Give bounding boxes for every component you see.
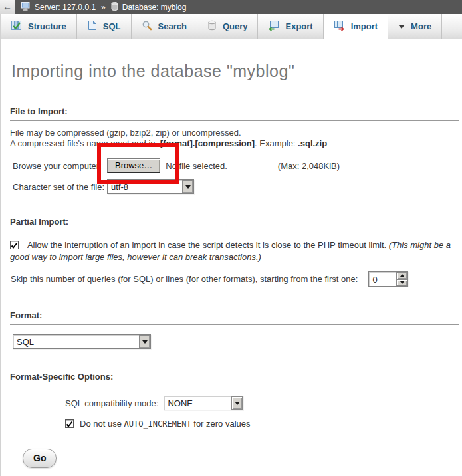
format-row: SQL [10, 334, 453, 349]
charset-selected-value: utf-8 [108, 180, 182, 193]
auto-increment-label: Do not use AUTO_INCREMENT for zero value… [80, 419, 251, 429]
file-help-line2-prefix: A compressed file's name must end in [10, 138, 158, 148]
tab-search[interactable]: Search [132, 14, 197, 39]
dropdown-arrow-icon [235, 402, 240, 405]
section-heading-format-specific: Format-Specific Options: [10, 372, 459, 386]
tab-export[interactable]: Export [258, 14, 323, 39]
sql-compatibility-select[interactable]: NONE [164, 396, 243, 410]
checkmark-icon [66, 421, 73, 428]
auto-increment-row: Do not use AUTO_INCREMENT for zero value… [65, 419, 453, 429]
import-page: Importing into the database "myblog" Fil… [1, 62, 462, 468]
database-icon [111, 2, 118, 13]
query-icon [207, 20, 217, 33]
breadcrumb-database[interactable]: Database: myblog [122, 3, 187, 12]
section-heading-partial-import: Partial Import: [10, 217, 459, 231]
file-example: .sql.zip [298, 138, 327, 148]
browse-label: Browse your computer: [13, 161, 107, 171]
browse-button[interactable]: Browse… [107, 158, 160, 173]
skip-queries-input[interactable]: 0 [368, 271, 408, 287]
tab-query[interactable]: Query [197, 14, 259, 39]
breadcrumb-server[interactable]: Server: 127.0.0.1 [35, 3, 96, 12]
tab-label: Import [351, 21, 378, 31]
search-icon [142, 20, 152, 33]
breadcrumb-separator: » [101, 3, 106, 12]
spinner-up-button[interactable] [396, 272, 407, 279]
format-selected-value: SQL [13, 335, 139, 348]
tab-label: More [411, 21, 431, 31]
import-icon [334, 20, 345, 33]
tab-structure[interactable]: Structure [1, 14, 77, 39]
charset-row: Character set of the file: utf-8 [13, 179, 453, 194]
format-specific-block: SQL compatibility mode: NONE Do not use … [65, 396, 453, 429]
go-button[interactable]: Go [23, 449, 57, 468]
spinner-down-button[interactable] [396, 279, 407, 287]
file-help-text: File may be compressed (gzip, bzip2, zip… [10, 128, 453, 149]
section-heading-file-to-import: File to Import: [10, 106, 459, 121]
no-file-selected-text: No file selected. [166, 161, 227, 171]
tab-bar: Structure SQL Search [1, 14, 462, 39]
section-heading-format: Format: [10, 310, 459, 325]
spinner-down-icon [400, 281, 404, 284]
tab-import[interactable]: Import [324, 14, 388, 39]
tab-label: Export [285, 21, 312, 31]
tab-bar-filler [442, 14, 462, 39]
charset-select-arrow[interactable] [182, 180, 193, 193]
format-select-arrow[interactable] [139, 335, 150, 348]
format-select[interactable]: SQL [13, 334, 151, 349]
auto-increment-prefix: Do not use [80, 419, 122, 429]
allow-interruption-label: Allow the interruption of an import in c… [27, 240, 389, 250]
spinner-up-icon [400, 274, 404, 277]
tab-label: Search [158, 21, 187, 31]
sql-compatibility-label: SQL compatibility mode: [65, 398, 158, 408]
breadcrumb: Server: 127.0.0.1 » Database: myblog [21, 2, 186, 13]
file-help-line2-mid: . Example: [255, 138, 298, 148]
dropdown-arrow-icon [185, 185, 191, 189]
charset-select[interactable]: utf-8 [107, 179, 194, 194]
skip-queries-row: Skip this number of queries (for SQL) or… [11, 271, 453, 287]
sql-compatibility-row: SQL compatibility mode: NONE [65, 396, 453, 410]
auto-increment-suffix: for zero values [193, 419, 250, 429]
max-size-note: (Max: 2,048KiB) [278, 161, 340, 171]
allow-interruption-checkbox[interactable] [10, 241, 19, 249]
page-title: Importing into the database "myblog" [11, 62, 453, 81]
skip-queries-spinner [396, 272, 407, 286]
file-help-line1: File may be compressed (gzip, bzip2, zip… [10, 128, 241, 138]
dropdown-arrow-icon [142, 340, 148, 344]
file-format-pattern: .[format].[compression] [158, 138, 255, 148]
auto-increment-code: AUTO_INCREMENT [124, 419, 191, 429]
export-icon [268, 20, 279, 33]
skip-queries-value: 0 [369, 272, 396, 286]
sql-icon [87, 20, 97, 33]
browse-row: Browse your computer: Browse… No file se… [13, 158, 453, 173]
tab-label: Structure [28, 21, 66, 31]
tab-label: SQL [103, 21, 121, 31]
allow-interruption-row: Allow the interruption of an import in c… [10, 239, 453, 263]
structure-icon [11, 20, 22, 33]
auto-increment-checkbox[interactable] [65, 419, 74, 428]
charset-label: Character set of the file: [13, 182, 107, 192]
skip-queries-label: Skip this number of queries (for SQL) or… [11, 274, 358, 284]
chevron-down-icon [398, 25, 405, 29]
tab-more[interactable]: More [388, 14, 442, 39]
tab-sql[interactable]: SQL [77, 14, 132, 39]
breadcrumb-bar: ← Server: 127.0.0.1 » Database: myblog [0, 0, 462, 14]
sql-compatibility-value: NONE [164, 396, 231, 410]
back-button[interactable]: ← [0, 0, 15, 14]
server-icon [21, 2, 31, 13]
tab-label: Query [223, 21, 248, 31]
checkmark-icon [11, 242, 18, 249]
sql-compatibility-arrow[interactable] [231, 396, 243, 410]
main-area: Structure SQL Search [0, 14, 462, 476]
